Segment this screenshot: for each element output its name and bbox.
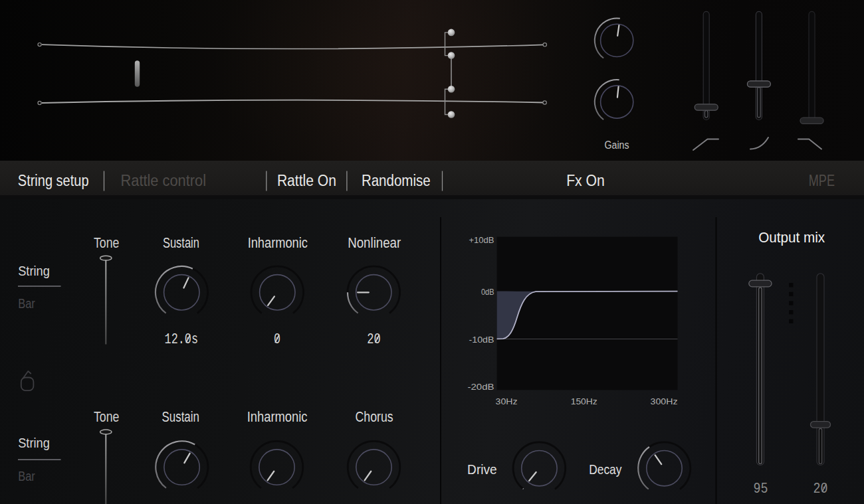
svg-text:0: 0: [274, 331, 280, 348]
svg-text:95: 95: [754, 481, 768, 497]
svg-text:Rattle On: Rattle On: [277, 172, 336, 189]
svg-text:MPE: MPE: [809, 172, 835, 189]
svg-text:String: String: [18, 263, 50, 278]
svg-text:Inharmonic: Inharmonic: [247, 408, 308, 425]
svg-text:Randomise: Randomise: [362, 172, 431, 189]
svg-text:20: 20: [813, 481, 828, 497]
svg-text:Sustain: Sustain: [162, 408, 199, 425]
svg-text:Inharmonic: Inharmonic: [248, 234, 308, 251]
svg-text:30Hz: 30Hz: [496, 396, 518, 406]
svg-text:Decay: Decay: [589, 462, 622, 477]
svg-text:Bar: Bar: [18, 295, 35, 311]
svg-text:Drive: Drive: [467, 462, 497, 477]
svg-text:20: 20: [367, 331, 381, 348]
svg-text:300Hz: 300Hz: [651, 396, 678, 406]
svg-text:Output mix: Output mix: [758, 229, 825, 246]
svg-text:Tone: Tone: [94, 234, 120, 251]
svg-text:Tone: Tone: [94, 408, 120, 425]
svg-text:Bar: Bar: [18, 468, 35, 483]
svg-text:Sustain: Sustain: [163, 234, 199, 251]
svg-text:Fx On: Fx On: [566, 172, 605, 189]
svg-text:Rattle control: Rattle control: [121, 172, 207, 189]
svg-text:String: String: [18, 435, 50, 450]
svg-text:-20dB: -20dB: [468, 382, 494, 392]
svg-text:Chorus: Chorus: [356, 408, 393, 425]
svg-text:0dB: 0dB: [481, 287, 494, 297]
svg-text:Nonlinear: Nonlinear: [348, 234, 401, 251]
svg-text:150Hz: 150Hz: [571, 396, 597, 406]
svg-text:+10dB: +10dB: [469, 235, 494, 245]
svg-text:-10dB: -10dB: [469, 335, 494, 345]
svg-text:12.0s: 12.0s: [165, 331, 198, 348]
svg-text:String setup: String setup: [18, 172, 89, 189]
svg-text:Gains: Gains: [605, 139, 629, 151]
